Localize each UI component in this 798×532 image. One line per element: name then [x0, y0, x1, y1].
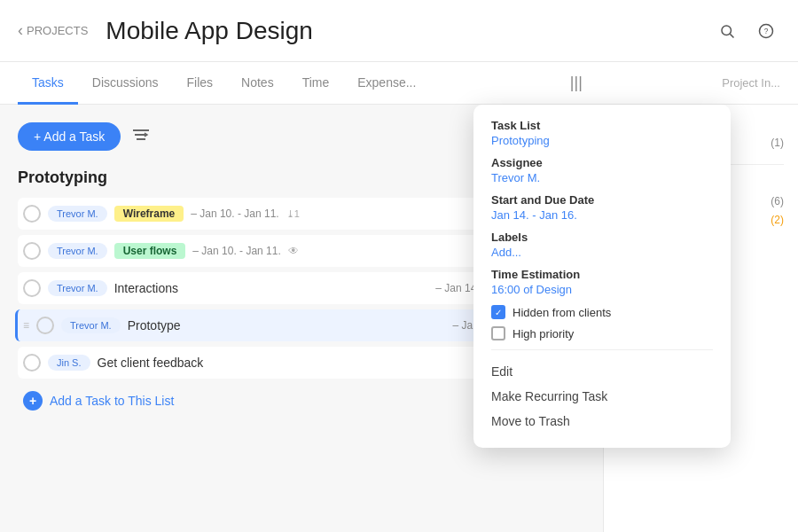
labels-label: Labels: [491, 231, 713, 244]
tab-files[interactable]: Files: [173, 62, 228, 105]
hidden-clients-label: Hidden from clients: [512, 306, 611, 319]
hidden-icon: 👁: [288, 245, 299, 257]
filter-button[interactable]: [129, 125, 153, 148]
back-label: PROJECTS: [27, 24, 88, 37]
project-title: Mobile App Design: [106, 17, 713, 45]
filter-icon: [133, 129, 149, 141]
trash-action[interactable]: Move to Trash: [491, 409, 713, 434]
hidden-clients-checkbox[interactable]: ✓: [491, 305, 505, 319]
time-value[interactable]: 16:00 of Design: [491, 283, 713, 296]
labels-value[interactable]: Add...: [491, 246, 713, 259]
edit-action[interactable]: Edit: [491, 359, 713, 384]
back-button[interactable]: PROJECTS: [18, 21, 88, 40]
help-button[interactable]: ?: [752, 17, 780, 45]
column-toggle[interactable]: |||: [567, 70, 586, 96]
task-list-value[interactable]: Prototyping: [491, 134, 713, 147]
task-checkbox[interactable]: [23, 205, 41, 223]
recurring-action[interactable]: Make Recurring Task: [491, 384, 713, 409]
date-value[interactable]: Jan 14. - Jan 16.: [491, 208, 713, 222]
date-label: Start and Due Date: [491, 193, 713, 207]
high-priority-row: High priority: [491, 326, 713, 340]
time-label: Time Estimation: [491, 268, 713, 281]
assignee-label: Assignee: [491, 156, 713, 169]
hidden-clients-row: ✓ Hidden from clients: [491, 305, 713, 319]
task-checkbox[interactable]: [23, 242, 41, 260]
assignee-badge[interactable]: Trevor M.: [48, 280, 107, 296]
search-button[interactable]: [713, 17, 741, 45]
help-icon: ?: [758, 23, 774, 39]
svg-line-1: [730, 34, 733, 37]
column-toggle-icon: |||: [570, 74, 583, 92]
svg-point-0: [722, 26, 732, 35]
due-date-count-1: (6): [771, 195, 784, 208]
tab-time[interactable]: Time: [288, 62, 344, 105]
header: PROJECTS Mobile App Design ?: [0, 0, 798, 62]
task-checkbox[interactable]: [23, 354, 41, 372]
task-checkbox[interactable]: [36, 317, 54, 334]
task-list-label: Task List: [491, 119, 713, 132]
task-tag: User flows: [114, 243, 186, 259]
task-icons: ⤓1: [286, 208, 300, 220]
high-priority-checkbox[interactable]: [491, 326, 505, 340]
assignee-badge[interactable]: Trevor M.: [48, 206, 107, 222]
tab-tasks[interactable]: Tasks: [18, 62, 78, 105]
tab-discussions[interactable]: Discussions: [78, 62, 173, 105]
task-name: Get client feedback: [98, 356, 505, 370]
right-panel-label: Project In...: [722, 76, 780, 90]
due-date-count-2: (2): [771, 214, 784, 227]
svg-text:?: ?: [764, 27, 769, 35]
task-icons: 👁: [288, 245, 299, 257]
task-name: Interactions: [114, 281, 429, 295]
tab-expenses[interactable]: Expense...: [343, 62, 430, 105]
drag-handle: ≡: [23, 319, 29, 332]
assignee-value[interactable]: Trevor M.: [491, 171, 713, 184]
tab-bar: Tasks Discussions Files Notes Time Expen…: [0, 62, 798, 105]
task-date: – Jan 10. - Jan 11.: [191, 207, 278, 220]
assignee-count: (1): [771, 137, 784, 150]
tab-notes[interactable]: Notes: [227, 62, 288, 105]
context-menu: Task List Prototyping Assignee Trevor M.…: [473, 105, 731, 448]
search-icon: [719, 23, 735, 39]
assignee-badge[interactable]: Jin S.: [48, 355, 90, 371]
task-checkbox[interactable]: [23, 279, 41, 297]
subtask-icon: ⤓1: [286, 208, 300, 220]
task-date: – Jan 10. - Jan 11.: [192, 245, 280, 257]
header-actions: ?: [713, 17, 780, 45]
add-list-label: Add a Task to This List: [50, 394, 174, 408]
assignee-badge[interactable]: Trevor M.: [48, 243, 107, 259]
add-task-button[interactable]: + Add a Task: [18, 122, 121, 151]
task-tag: Wireframe: [114, 206, 184, 222]
add-list-icon: +: [23, 391, 43, 411]
assignee-badge[interactable]: Trevor M.: [61, 317, 121, 333]
task-name: Prototype: [128, 318, 446, 332]
high-priority-label: High priority: [512, 327, 574, 340]
